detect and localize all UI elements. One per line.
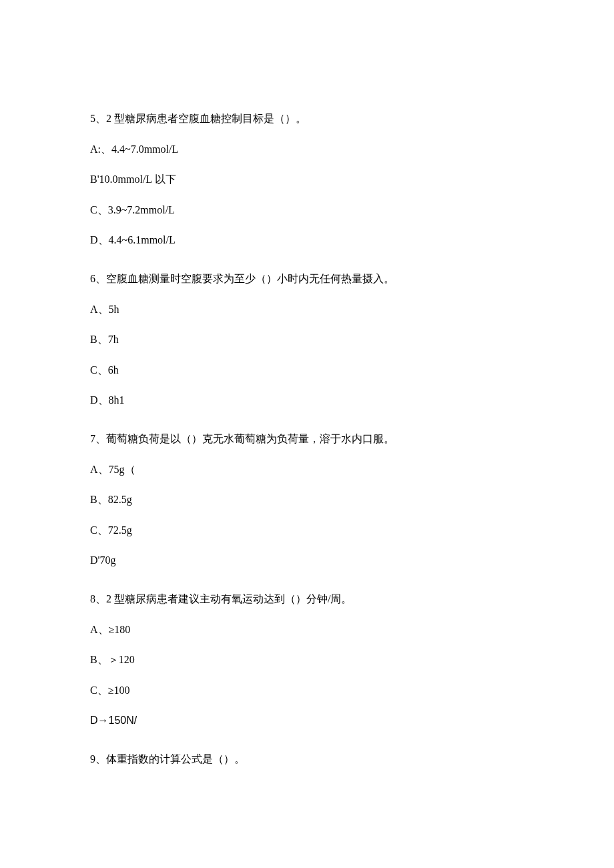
option-b: B、82.5g	[90, 491, 524, 508]
option-b: B'10.0mmol/L 以下	[90, 171, 524, 188]
option-c: C、3.9~7.2mmol/L	[90, 201, 524, 219]
question-stem: 6、空腹血糖测量时空腹要求为至少（）小时内无任何热量摄入。	[90, 270, 524, 288]
option-d: D、4.4~6.1mmol/L	[90, 232, 524, 249]
option-d: D→150N/	[90, 712, 524, 729]
question-stem: 5、2 型糖尿病患者空腹血糖控制目标是（）。	[90, 110, 524, 127]
option-a: A:、4.4~7.0mmol/L	[90, 141, 524, 158]
question-8: 8、2 型糖尿病患者建议主动有氧运动达到（）分钟/周。 A、≥180 B、＞12…	[90, 590, 524, 729]
option-c: C、6h	[90, 362, 524, 379]
question-7: 7、葡萄糖负荷是以（）克无水葡萄糖为负荷量，溶于水内口服。 A、75g（ B、8…	[90, 430, 524, 569]
question-6: 6、空腹血糖测量时空腹要求为至少（）小时内无任何热量摄入。 A、5h B、7h …	[90, 270, 524, 409]
option-d: D、8h1	[90, 392, 524, 409]
question-stem: 9、体重指数的计算公式是（）。	[90, 751, 524, 768]
question-stem: 7、葡萄糖负荷是以（）克无水葡萄糖为负荷量，溶于水内口服。	[90, 430, 524, 448]
question-9: 9、体重指数的计算公式是（）。	[90, 751, 524, 768]
option-a: A、≥180	[90, 621, 524, 638]
option-b: B、7h	[90, 331, 524, 348]
option-a: A、75g（	[90, 461, 524, 478]
question-stem: 8、2 型糖尿病患者建议主动有氧运动达到（）分钟/周。	[90, 590, 524, 608]
question-5: 5、2 型糖尿病患者空腹血糖控制目标是（）。 A:、4.4~7.0mmol/L …	[90, 110, 524, 249]
option-d: D'70g	[90, 552, 524, 569]
option-c: C、72.5g	[90, 522, 524, 539]
option-b: B、＞120	[90, 651, 524, 669]
option-a: A、5h	[90, 301, 524, 318]
option-c: C、≥100	[90, 682, 524, 699]
